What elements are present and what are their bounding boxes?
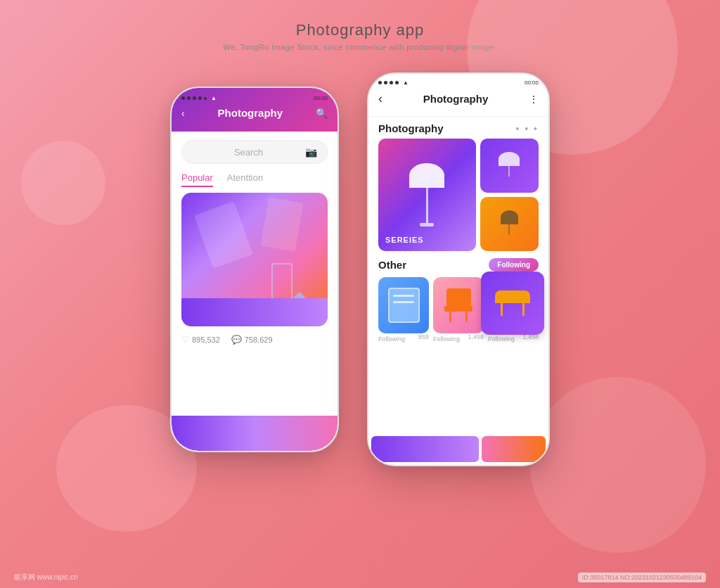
grid-right-top-image[interactable] — [480, 139, 539, 193]
drawer-handle-1 — [393, 295, 414, 297]
bottom-seg-1 — [371, 436, 479, 462]
grid-right-col — [480, 139, 539, 251]
following-button[interactable]: Following — [489, 258, 539, 271]
small-lamp-shade-2 — [501, 210, 518, 224]
phone1-time: 00:00 — [314, 95, 328, 101]
lamp-base — [420, 223, 434, 226]
item-meta-2: Following 1,458 — [433, 333, 484, 343]
phone2-status-bar: ▲ 00:00 — [378, 77, 539, 89]
bg-blob-4 — [21, 141, 105, 225]
likes-count: 895,532 — [192, 335, 220, 344]
item-meta-1: Following 858 — [378, 333, 429, 343]
item-card-1[interactable]: Following 858 — [378, 277, 429, 343]
phone2-title: Photography — [423, 93, 489, 105]
back-icon[interactable]: ‹ — [181, 108, 185, 119]
status-dot — [390, 81, 393, 84]
image-grid-main: SEREIES — [378, 139, 539, 251]
item-image-1 — [378, 277, 429, 333]
status-dot — [395, 81, 399, 84]
other-header: Other Following — [378, 258, 539, 271]
table-legs — [501, 303, 525, 316]
series-label: SEREIES — [385, 236, 424, 244]
chair-leg-r — [465, 312, 468, 322]
items-row: Following 858 — [378, 277, 539, 343]
search-placeholder: Search — [192, 147, 305, 158]
other-section: Other Following Followi — [368, 258, 548, 343]
small-lamp-shade — [499, 152, 520, 166]
small-lamp-top — [501, 152, 518, 180]
comment-icon: 💬 — [231, 335, 242, 345]
back-icon[interactable]: ‹ — [378, 91, 382, 106]
item-image-2 — [433, 277, 484, 333]
chair-back — [446, 288, 471, 306]
status-dot — [378, 81, 382, 84]
table-shape — [495, 290, 530, 316]
item-label-3: Following — [488, 335, 515, 343]
section1-header: Photography • • • — [368, 117, 548, 139]
watermark: 昵享网 www.nipic.cn ID:35017814 NO:20231021… — [0, 573, 720, 582]
item-card-3[interactable]: Following 1,458 — [488, 277, 539, 343]
bottom-seg-2 — [482, 436, 546, 462]
camera-icon[interactable]: 📷 — [305, 146, 317, 158]
lamp-shade — [409, 163, 444, 188]
small-lamp-post — [508, 166, 510, 177]
tab-popular[interactable]: Popular — [181, 172, 213, 187]
likes-stat: ♡ 895,532 — [181, 335, 220, 345]
phone2-nav: ‹ Photography ⋮ — [378, 89, 539, 109]
chair-leg-l — [449, 312, 451, 322]
watermark-left: 昵享网 www.nipic.cn — [14, 573, 78, 582]
section1-more[interactable]: • • • — [516, 123, 539, 134]
phone1-title: Photography — [218, 107, 283, 119]
item-count-2: 1,458 — [468, 333, 484, 343]
other-title: Other — [378, 259, 406, 271]
lamp-stand — [413, 163, 441, 226]
floating-card — [481, 271, 544, 335]
wifi-icon: ▲ — [403, 79, 409, 86]
phone1-status-bar: ▲ 00:00 — [181, 92, 328, 104]
main-image-card — [181, 193, 328, 326]
comments-stat: 💬 758,629 — [231, 335, 273, 345]
status-dot — [204, 97, 207, 100]
phone1-nav: ‹ Photography 🔍 — [181, 104, 328, 122]
small-lamp-bottom — [501, 210, 518, 238]
tabs-container: Popular Atenttion — [172, 170, 338, 193]
status-dot — [193, 96, 196, 100]
comments-count: 758,629 — [245, 335, 273, 344]
status-dot — [384, 81, 387, 84]
abstract-shape-2 — [260, 197, 303, 252]
table-top — [495, 290, 530, 303]
more-icon[interactable]: ⋮ — [529, 94, 539, 105]
abstract-shape-1 — [194, 201, 253, 269]
wifi-icon: ▲ — [211, 95, 217, 101]
chair-legs — [449, 312, 468, 322]
search-bar[interactable]: Search 📷 — [181, 140, 328, 164]
phone2-header: ▲ 00:00 ‹ Photography ⋮ — [368, 74, 548, 117]
search-icon[interactable]: 🔍 — [316, 108, 328, 119]
chair-shape — [444, 288, 472, 322]
item-card-2[interactable]: Following 1,458 — [433, 277, 484, 343]
phone2-content: Photography • • • SEREIES — [368, 117, 548, 441]
card-wave — [181, 298, 328, 326]
item-label-2: Following — [433, 335, 460, 343]
small-lamp-post-2 — [508, 224, 510, 235]
chair-seat — [444, 306, 472, 312]
phone1-content: Search 📷 Popular Atenttion — [172, 132, 338, 435]
drawer-shape — [388, 288, 420, 323]
item-count-1: 858 — [418, 333, 429, 343]
status-dot — [181, 96, 185, 100]
table-leg-right — [522, 303, 525, 316]
section1-title: Photography — [378, 122, 444, 134]
status-dot — [198, 96, 202, 100]
table-leg-left — [501, 303, 503, 316]
phone-1: ▲ 00:00 ‹ Photography 🔍 Search 📷 Popular — [170, 87, 339, 452]
grid-right-bottom-image[interactable] — [480, 197, 539, 251]
phone2-bottom-bar — [368, 433, 548, 465]
grid-left-image[interactable]: SEREIES — [378, 139, 476, 251]
lamp-post — [426, 188, 428, 223]
status-dot — [187, 96, 191, 100]
phone2-status-dots: ▲ — [378, 79, 409, 86]
phone-2: ▲ 00:00 ‹ Photography ⋮ Photography • • … — [367, 72, 550, 466]
stats-row: ♡ 895,532 💬 758,629 — [172, 335, 338, 345]
phone1-bottom-bar — [172, 416, 338, 451]
tab-attention[interactable]: Atenttion — [227, 172, 263, 187]
